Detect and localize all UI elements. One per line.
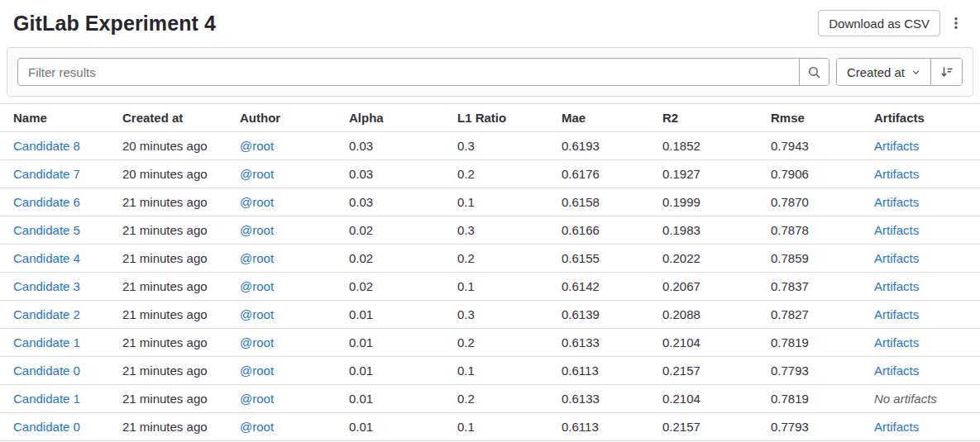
mae-cell: 0.6142 bbox=[562, 273, 662, 301]
rmse-cell: 0.7827 bbox=[771, 301, 874, 329]
filter-input-group bbox=[17, 58, 829, 86]
search-button[interactable] bbox=[799, 59, 829, 85]
more-actions-button[interactable] bbox=[945, 10, 967, 36]
l1-ratio-cell: 0.1 bbox=[457, 413, 562, 441]
alpha-cell: 0.01 bbox=[349, 301, 457, 329]
download-csv-button[interactable]: Download as CSV bbox=[818, 10, 940, 36]
author-link[interactable]: @root bbox=[240, 335, 274, 349]
rmse-cell: 0.7943 bbox=[771, 132, 874, 160]
author-link[interactable]: @root bbox=[240, 420, 274, 434]
candidate-name-link[interactable]: Candidate 6 bbox=[13, 195, 80, 209]
artifacts-link[interactable]: Artifacts bbox=[874, 420, 919, 434]
created-at-cell: 21 minutes ago bbox=[122, 357, 240, 385]
r2-cell: 0.2104 bbox=[662, 385, 771, 413]
artifacts-link[interactable]: Artifacts bbox=[874, 195, 919, 209]
table-row: Candidate 1 21 minutes ago @root 0.01 0.… bbox=[0, 385, 980, 413]
author-link[interactable]: @root bbox=[240, 139, 274, 153]
l1-ratio-cell: 0.2 bbox=[457, 329, 562, 357]
alpha-cell: 0.03 bbox=[349, 132, 457, 160]
artifacts-link[interactable]: Artifacts bbox=[874, 167, 919, 181]
table-header-row: Name Created at Author Alpha L1 Ratio Ma… bbox=[0, 104, 980, 132]
author-link[interactable]: @root bbox=[240, 251, 274, 265]
author-link[interactable]: @root bbox=[240, 307, 274, 321]
mae-cell: 0.6113 bbox=[562, 357, 662, 385]
r2-cell: 0.2104 bbox=[662, 329, 771, 357]
created-at-cell: 21 minutes ago bbox=[122, 385, 240, 413]
alpha-cell: 0.02 bbox=[349, 216, 457, 245]
rmse-cell: 0.7906 bbox=[771, 160, 874, 188]
author-link[interactable]: @root bbox=[240, 223, 274, 237]
l1-ratio-cell: 0.2 bbox=[457, 385, 562, 413]
filter-results-input[interactable] bbox=[18, 59, 799, 85]
rmse-cell: 0.7878 bbox=[771, 216, 874, 245]
rmse-cell: 0.7819 bbox=[771, 385, 874, 413]
candidate-name-link[interactable]: Candidate 7 bbox=[13, 167, 80, 181]
candidate-name-link[interactable]: Candidate 0 bbox=[13, 364, 80, 378]
candidate-name-link[interactable]: Candidate 3 bbox=[13, 279, 80, 293]
author-link[interactable]: @root bbox=[240, 167, 274, 181]
column-header-name: Name bbox=[0, 104, 122, 132]
sort-direction-button[interactable] bbox=[930, 59, 962, 85]
sort-field-label: Created at bbox=[847, 65, 905, 79]
rmse-cell: 0.7870 bbox=[771, 188, 874, 216]
column-header-r2: R2 bbox=[662, 104, 771, 132]
mae-cell: 0.6113 bbox=[562, 413, 662, 441]
author-link[interactable]: @root bbox=[240, 195, 274, 209]
candidate-name-link[interactable]: Candidate 0 bbox=[13, 420, 80, 434]
candidate-name-link[interactable]: Candidate 1 bbox=[13, 392, 80, 406]
r2-cell: 0.2067 bbox=[662, 273, 771, 301]
no-artifacts-label: No artifacts bbox=[874, 392, 937, 406]
alpha-cell: 0.03 bbox=[349, 188, 457, 216]
sort-field-dropdown[interactable]: Created at bbox=[837, 59, 930, 85]
candidate-name-link[interactable]: Candidate 1 bbox=[13, 335, 80, 349]
mae-cell: 0.6139 bbox=[562, 301, 662, 329]
artifacts-link[interactable]: Artifacts bbox=[874, 223, 919, 237]
candidate-name-link[interactable]: Candidate 4 bbox=[13, 251, 80, 265]
table-row: Candidate 0 21 minutes ago @root 0.01 0.… bbox=[0, 413, 980, 441]
rmse-cell: 0.7793 bbox=[771, 357, 874, 385]
r2-cell: 0.2088 bbox=[662, 301, 771, 329]
column-header-author: Author bbox=[240, 104, 349, 132]
table-row: Candidate 6 21 minutes ago @root 0.03 0.… bbox=[0, 188, 980, 216]
rmse-cell: 0.7819 bbox=[771, 329, 874, 357]
mae-cell: 0.6133 bbox=[562, 329, 662, 357]
author-link[interactable]: @root bbox=[240, 364, 274, 378]
table-row: Candidate 4 21 minutes ago @root 0.02 0.… bbox=[0, 245, 980, 273]
created-at-cell: 20 minutes ago bbox=[122, 132, 240, 160]
r2-cell: 0.2157 bbox=[662, 357, 771, 385]
artifacts-link[interactable]: Artifacts bbox=[874, 279, 919, 293]
page-header: GitLab Experiment 4 Download as CSV bbox=[0, 0, 980, 47]
chevron-down-icon bbox=[911, 68, 920, 77]
artifacts-link[interactable]: Artifacts bbox=[874, 251, 919, 265]
created-at-cell: 20 minutes ago bbox=[122, 160, 240, 188]
created-at-cell: 21 minutes ago bbox=[122, 273, 240, 301]
page-title: GitLab Experiment 4 bbox=[13, 11, 216, 36]
column-header-alpha: Alpha bbox=[349, 104, 457, 132]
rmse-cell: 0.7859 bbox=[771, 245, 874, 273]
r2-cell: 0.1983 bbox=[662, 216, 771, 245]
table-row: Candidate 2 21 minutes ago @root 0.01 0.… bbox=[0, 301, 980, 329]
column-header-created-at: Created at bbox=[122, 104, 240, 132]
artifacts-link[interactable]: Artifacts bbox=[874, 335, 919, 349]
column-header-rmse: Rmse bbox=[771, 104, 874, 132]
created-at-cell: 21 minutes ago bbox=[122, 329, 240, 357]
candidate-name-link[interactable]: Candidate 8 bbox=[13, 139, 80, 153]
mae-cell: 0.6158 bbox=[562, 188, 662, 216]
candidates-table: Name Created at Author Alpha L1 Ratio Ma… bbox=[0, 103, 980, 441]
author-link[interactable]: @root bbox=[240, 279, 274, 293]
alpha-cell: 0.02 bbox=[349, 273, 457, 301]
l1-ratio-cell: 0.2 bbox=[457, 245, 562, 273]
candidate-name-link[interactable]: Candidate 2 bbox=[13, 307, 80, 321]
sort-control: Created at bbox=[836, 58, 963, 86]
r2-cell: 0.1927 bbox=[662, 160, 771, 188]
r2-cell: 0.1999 bbox=[662, 188, 771, 216]
l1-ratio-cell: 0.3 bbox=[457, 301, 562, 329]
artifacts-link[interactable]: Artifacts bbox=[874, 364, 919, 378]
table-row: Candidate 5 21 minutes ago @root 0.02 0.… bbox=[0, 216, 980, 245]
alpha-cell: 0.01 bbox=[349, 357, 457, 385]
candidate-name-link[interactable]: Candidate 5 bbox=[13, 223, 80, 237]
artifacts-link[interactable]: Artifacts bbox=[874, 307, 919, 321]
results-table-body: Candidate 8 20 minutes ago @root 0.03 0.… bbox=[0, 132, 980, 441]
artifacts-link[interactable]: Artifacts bbox=[874, 139, 919, 153]
author-link[interactable]: @root bbox=[240, 392, 274, 406]
